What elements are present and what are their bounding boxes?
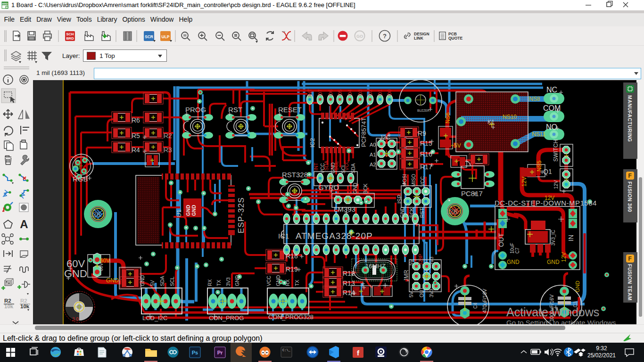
svg-text:R12: R12 xyxy=(343,270,355,277)
svg-text:SDA: SDA xyxy=(159,276,165,286)
svg-text:C4: C4 xyxy=(473,303,478,309)
svg-text:F: F xyxy=(628,173,632,179)
svg-text:INT: INT xyxy=(313,163,319,171)
svg-text:BRD: BRD xyxy=(2,2,8,5)
svg-text:R2: R2 xyxy=(4,298,11,304)
svg-text:R4: R4 xyxy=(132,146,140,154)
svg-text:D6: D6 xyxy=(328,89,333,96)
svg-text:NS10: NS10 xyxy=(503,114,517,120)
svg-text:+5V: +5V xyxy=(451,142,461,149)
svg-text:R9: R9 xyxy=(418,130,426,137)
svg-text:Ps: Ps xyxy=(192,350,198,355)
svg-text:MISO: MISO xyxy=(411,174,416,187)
svg-text:VCC: VCC xyxy=(344,160,349,171)
svg-text:MOSI: MOSI xyxy=(402,174,407,187)
svg-text:60V: 60V xyxy=(100,257,110,264)
svg-text:NS5: NS5 xyxy=(536,160,543,172)
svg-text:A1: A1 xyxy=(370,152,376,157)
svg-text:SDA: SDA xyxy=(323,160,329,171)
svg-text:A0: A0 xyxy=(370,142,376,148)
svg-text:IC1: IC1 xyxy=(278,232,289,240)
svg-text:C:\_: C:\_ xyxy=(282,348,291,352)
svg-text:CON_PROG: CON_PROG xyxy=(209,314,244,321)
svg-text:10k: 10k xyxy=(4,304,14,309)
svg-text:GND: GND xyxy=(140,275,145,286)
svg-text:10uF: 10uF xyxy=(510,243,515,254)
svg-text:BCK: BCK xyxy=(363,183,368,194)
svg-text:GND: GND xyxy=(64,268,87,280)
svg-text:D5: D5 xyxy=(337,89,343,96)
svg-text:126: 126 xyxy=(446,207,457,215)
svg-text:RGB: RGB xyxy=(73,175,88,183)
svg-text:126: 126 xyxy=(89,210,100,218)
svg-text:D2: D2 xyxy=(367,89,373,96)
svg-text:D3: D3 xyxy=(357,89,363,96)
svg-text:GND: GND xyxy=(275,275,281,286)
svg-text:ESP-32S: ESP-32S xyxy=(237,197,246,233)
svg-text:GND: GND xyxy=(399,206,405,218)
svg-text:RST: RST xyxy=(419,207,425,218)
svg-text:Q1: Q1 xyxy=(543,168,552,175)
svg-text:?: ? xyxy=(383,33,387,40)
svg-text:3V3: 3V3 xyxy=(225,277,231,286)
svg-text:D7: D7 xyxy=(317,89,323,96)
svg-text:GYRO: GYRO xyxy=(318,183,339,191)
svg-text:D4: D4 xyxy=(347,89,353,96)
svg-text:ULP: ULP xyxy=(162,34,170,39)
svg-text:12V: 12V xyxy=(561,252,567,262)
svg-text:10k: 10k xyxy=(20,304,30,309)
svg-text:VCC: VCC xyxy=(420,176,425,187)
svg-text:PCF8574T: PCF8574T xyxy=(360,117,367,147)
svg-text:IN: IN xyxy=(567,235,575,241)
svg-text:GND: GND xyxy=(507,259,520,265)
svg-text:F: F xyxy=(628,255,632,262)
svg-text:12V: 12V xyxy=(521,177,528,187)
svg-text:16MHZ: 16MHZ xyxy=(365,263,386,270)
svg-text:INT: INT xyxy=(307,89,313,97)
svg-text:A2: A2 xyxy=(370,162,376,167)
svg-text:3.0: 3.0 xyxy=(72,317,79,322)
svg-text:R14: R14 xyxy=(343,289,355,296)
svg-text:SCK: SCK xyxy=(409,207,414,218)
svg-text:CON_PROG328: CON_PROG328 xyxy=(268,313,314,321)
svg-text:NO: NO xyxy=(546,123,557,131)
svg-text:GND: GND xyxy=(191,205,197,216)
svg-text:R17: R17 xyxy=(420,163,432,171)
svg-text:BUZZER: BUZZER xyxy=(417,109,429,112)
svg-text:GND: GND xyxy=(185,205,191,216)
svg-text:R19: R19 xyxy=(286,265,298,273)
svg-text:ATMEGA328-20P: ATMEGA328-20P xyxy=(296,231,373,241)
svg-text:NS8: NS8 xyxy=(529,96,540,102)
svg-text:R6: R6 xyxy=(132,116,140,124)
svg-text:D1: D1 xyxy=(377,89,383,96)
svg-text:3V3_IC: 3V3_IC xyxy=(551,230,556,246)
svg-text:LCD_I2C: LCD_I2C xyxy=(142,314,167,321)
svg-text:NC: NC xyxy=(546,86,557,94)
svg-text:NS6: NS6 xyxy=(445,112,451,123)
svg-text:TX: TX xyxy=(294,280,300,286)
svg-text:3V3: 3V3 xyxy=(429,256,434,265)
svg-text:328P: 328P xyxy=(418,254,423,265)
svg-text:5V: 5V xyxy=(408,291,414,297)
svg-text:VCC: VCC xyxy=(266,275,272,286)
svg-text:SDA: SDA xyxy=(350,163,356,173)
svg-text:NS11: NS11 xyxy=(532,131,545,138)
svg-text:JMR: JMR xyxy=(403,270,410,281)
svg-text:SCH: SCH xyxy=(66,32,74,36)
svg-text:R13: R13 xyxy=(343,280,355,287)
svg-text:TX: TX xyxy=(216,280,222,286)
svg-text:GND: GND xyxy=(106,277,119,284)
svg-text:IC2: IC2 xyxy=(309,138,316,148)
svg-text:R2: R2 xyxy=(20,298,27,304)
svg-text:470uF/16V: 470uF/16V xyxy=(482,289,487,313)
svg-text:12V: 12V xyxy=(545,195,554,201)
svg-text:BRD: BRD xyxy=(66,36,74,41)
svg-text:12V: 12V xyxy=(553,180,559,189)
svg-text:OUT: OUT xyxy=(497,233,505,247)
svg-text:PC817: PC817 xyxy=(461,189,483,197)
svg-text:LM393: LM393 xyxy=(334,205,355,213)
svg-text:GND: GND xyxy=(234,275,240,286)
svg-text:SCR: SCR xyxy=(145,34,153,39)
svg-text:3V3: 3V3 xyxy=(429,288,434,297)
svg-text:RST: RST xyxy=(228,106,242,114)
